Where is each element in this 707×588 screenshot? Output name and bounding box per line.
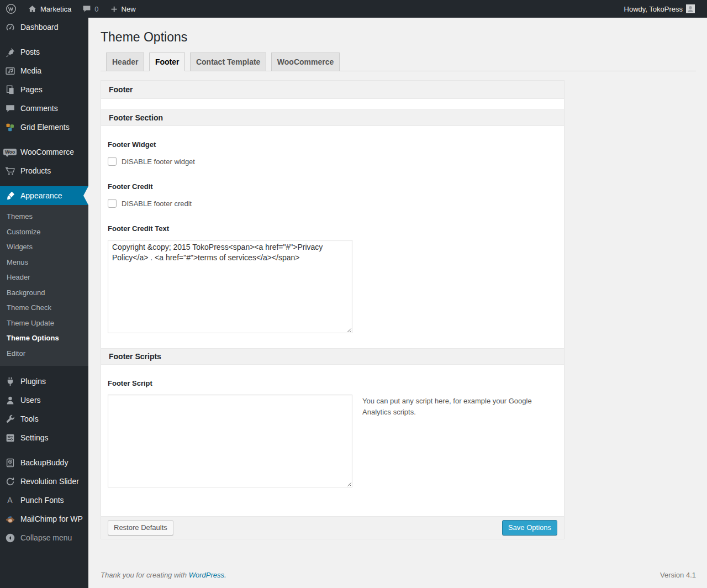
tab-footer[interactable]: Footer: [149, 53, 186, 71]
new-content-button[interactable]: New: [104, 0, 141, 18]
submenu-item-customize[interactable]: Customize: [0, 224, 88, 240]
sidebar-item-label: Revolution Slider: [20, 476, 79, 487]
sidebar-item-label: Grid Elements: [20, 122, 70, 133]
howdy-label: Howdy, TokoPress: [624, 5, 683, 13]
submenu-item-editor[interactable]: Editor: [0, 346, 88, 361]
sidebar-item-users[interactable]: Users: [0, 391, 88, 410]
sidebar-item-comments[interactable]: Comments: [0, 99, 88, 118]
sidebar-item-dashboard[interactable]: Dashboard: [0, 18, 88, 36]
restore-defaults-button[interactable]: Restore Defaults: [108, 520, 173, 536]
comment-bubble-icon: [4, 103, 15, 114]
save-options-button[interactable]: Save Options: [502, 520, 557, 536]
sidebar-item-label: Plugins: [20, 376, 46, 387]
sidebar-item-label: Pages: [20, 84, 43, 95]
grid-elements-color-icon: [4, 122, 15, 133]
sidebar-item-appearance[interactable]: Appearance: [0, 186, 88, 205]
sidebar-item-plugins[interactable]: Plugins: [0, 372, 88, 391]
footer-thanks: Thank you for creating with WordPress.: [101, 571, 226, 579]
main-content: Theme Options Header Footer Contact Temp…: [88, 18, 707, 588]
checkbox-label[interactable]: DISABLE footer widget: [122, 158, 195, 166]
footer-scripts-header: Footer Scripts: [101, 348, 564, 365]
menu-separator: [0, 180, 88, 186]
menu-separator: [0, 136, 88, 143]
admin-bar: Marketica 0 New Howdy, TokoPress: [0, 0, 707, 18]
checkbox-label[interactable]: DISABLE footer credit: [122, 200, 192, 208]
comment-bubble-icon: [82, 4, 91, 13]
howdy-account-link[interactable]: Howdy, TokoPress: [619, 0, 700, 18]
wordpress-link[interactable]: WordPress.: [189, 571, 226, 579]
footer-credit-text-label: Footer Credit Text: [108, 224, 557, 233]
sidebar-item-posts[interactable]: Posts: [0, 43, 88, 61]
footer-options-panel: Footer Footer Section Footer Widget DISA…: [101, 80, 564, 539]
submenu-item-header[interactable]: Header: [0, 270, 88, 285]
comment-count: 0: [94, 5, 98, 13]
sidebar-item-punch-fonts[interactable]: A Punch Fonts: [0, 491, 88, 510]
panel-header: Footer: [101, 81, 564, 99]
refresh-arrows-icon: [4, 476, 15, 487]
disable-footer-credit-checkbox[interactable]: [108, 199, 117, 208]
admin-bar-right: Howdy, TokoPress: [619, 0, 707, 18]
sidebar-item-woocommerce[interactable]: Woo WooCommerce: [0, 143, 88, 161]
site-name-link[interactable]: Marketica: [22, 0, 77, 18]
submenu-item-theme-update[interactable]: Theme Update: [0, 316, 88, 331]
submenu-item-background[interactable]: Background: [0, 285, 88, 301]
site-name-label: Marketica: [40, 5, 71, 13]
footer-credit-label: Footer Credit: [108, 182, 557, 191]
footer-widget-label: Footer Widget: [108, 140, 557, 149]
new-label: New: [122, 5, 136, 13]
sidebar-item-media[interactable]: Media: [0, 61, 88, 80]
tab-header[interactable]: Header: [106, 53, 144, 71]
footer-scripts-body: Footer Script You can put any script her…: [101, 365, 564, 516]
submenu-item-widgets[interactable]: Widgets: [0, 239, 88, 255]
admin-footer: Thank you for creating with WordPress. V…: [101, 571, 696, 579]
submenu-item-themes[interactable]: Themes: [0, 209, 88, 224]
menu-separator: [0, 447, 88, 453]
sidebar-item-products[interactable]: Products: [0, 161, 88, 180]
plug-icon: [4, 376, 15, 387]
sidebar-item-label: Tools: [20, 413, 39, 424]
wp-logo-button[interactable]: [0, 0, 22, 18]
sidebar-item-settings[interactable]: Settings: [0, 428, 88, 447]
footer-thanks-text: Thank you for creating with: [101, 571, 187, 579]
sidebar-item-collapse-menu[interactable]: Collapse menu: [0, 528, 88, 547]
submenu-item-theme-options[interactable]: Theme Options: [0, 330, 88, 346]
backup-drive-icon: [4, 457, 15, 468]
plus-icon: [110, 5, 118, 13]
appearance-submenu: Themes Customize Widgets Menus Header Ba…: [0, 205, 88, 366]
tab-contact-template[interactable]: Contact Template: [190, 53, 266, 71]
pages-icon: [4, 84, 15, 95]
sidebar-item-label: Settings: [20, 432, 49, 443]
sidebar-item-label: WooCommerce: [20, 146, 74, 158]
sidebar-item-pages[interactable]: Pages: [0, 80, 88, 99]
sidebar-item-revolution-slider[interactable]: Revolution Slider: [0, 472, 88, 491]
sidebar-item-label: Collapse menu: [20, 532, 72, 543]
footer-credit-text-textarea[interactable]: Copyright &copy; 2015 TokoPress<span><a …: [108, 240, 352, 333]
shopping-cart-icon: [4, 165, 15, 176]
menu-separator: [0, 366, 88, 372]
disable-footer-widget-checkbox[interactable]: [108, 157, 117, 166]
page-title: Theme Options: [101, 29, 696, 45]
admin-sidebar: Dashboard Posts Media Pages Comments Gri…: [0, 18, 88, 588]
tab-woocommerce[interactable]: WooCommerce: [271, 53, 340, 71]
sidebar-item-mailchimp[interactable]: MailChimp for WP: [0, 510, 88, 528]
footer-script-textarea[interactable]: [108, 395, 352, 487]
sidebar-item-backupbuddy[interactable]: BackupBuddy: [0, 453, 88, 472]
sidebar-item-tools[interactable]: Tools: [0, 410, 88, 428]
sidebar-item-label: Users: [20, 395, 41, 406]
menu-separator: [0, 36, 88, 43]
wordpress-logo-icon: [6, 3, 17, 14]
home-icon: [28, 4, 37, 14]
paintbrush-icon: [4, 190, 15, 201]
submenu-item-theme-check[interactable]: Theme Check: [0, 300, 88, 316]
person-icon: [4, 395, 15, 406]
submenu-item-menus[interactable]: Menus: [0, 255, 88, 270]
dashboard-gauge-icon: [4, 22, 15, 33]
footer-section-header: Footer Section: [101, 109, 564, 126]
sidebar-item-grid-elements[interactable]: Grid Elements: [0, 118, 88, 136]
sidebar-item-label: Appearance: [20, 190, 62, 201]
comments-link[interactable]: 0: [77, 0, 104, 18]
collapse-arrow-icon: [4, 532, 15, 543]
sidebar-item-label: BackupBuddy: [20, 457, 68, 468]
panel-actions: Restore Defaults Save Options: [101, 516, 564, 539]
footer-credit-checkbox-row: DISABLE footer credit: [108, 199, 557, 208]
